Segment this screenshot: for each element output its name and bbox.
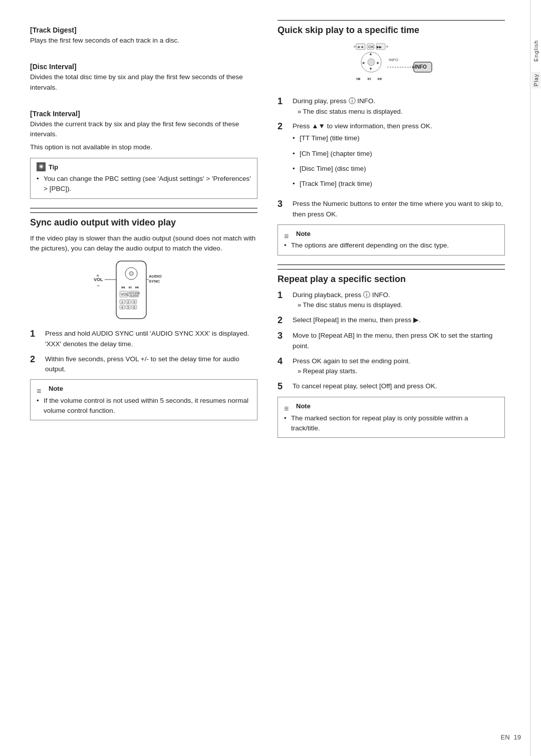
right-column: Quick skip play to a specific time ◄◄ OK… <box>278 20 505 736</box>
sync-step-2-text: Within five seconds, press VOL +/- to se… <box>45 355 239 373</box>
english-label: English <box>533 40 539 62</box>
quick-step-2-num: 2 <box>278 121 288 194</box>
play-label: Play <box>531 72 540 88</box>
repeat-step-3-text: Move to [Repeat AB] in the menu, then pr… <box>293 332 492 349</box>
svg-text:⏮: ⏮ <box>356 76 361 81</box>
main-content: [Track Digest] Plays the first few secon… <box>0 0 530 756</box>
repeat-step-2-num: 2 <box>278 315 288 326</box>
quick-note-item: The options are different depending on t… <box>284 240 498 250</box>
repeat-step-5: 5 To cancel repeat play, select [Off] an… <box>278 381 505 392</box>
footer-lang: EN <box>500 733 509 741</box>
sync-step-1-num: 1 <box>30 329 40 349</box>
disc-interval-body: Divides the total disc time by six and p… <box>30 72 257 93</box>
quick-step-2-text: Press ▲▼ to view information, then press… <box>293 122 432 130</box>
tip-item: You can change the PBC setting (see 'Adj… <box>37 174 251 194</box>
svg-point-44 <box>368 59 375 66</box>
footer-page-number: 19 <box>514 733 521 741</box>
repeat-note-item: The marked section for repeat play is on… <box>284 413 498 434</box>
sync-note-list: If the volume control is not used within… <box>37 396 251 416</box>
svg-text:►: ► <box>376 61 380 65</box>
repeat-step-4-sub: » Repeat play starts. <box>298 366 505 376</box>
quick-step-1-num: 1 <box>278 96 288 116</box>
track-interval-body: Divides the current track by six and pla… <box>30 119 257 140</box>
repeat-step-2-text: Select [Repeat] in the menu, then press … <box>293 316 421 324</box>
svg-text:⏭: ⏭ <box>378 76 382 81</box>
repeat-steps-list: 1 During playback, press ⓘ INFO. » The d… <box>278 290 505 392</box>
quick-skip-title: Quick skip play to a specific time <box>278 20 505 36</box>
quick-step-1-content: During play, press ⓘ INFO. » The disc st… <box>293 96 505 116</box>
repeat-step-5-content: To cancel repeat play, select [Off] and … <box>293 381 505 392</box>
track-interval-heading: [Track Interval] <box>30 110 257 118</box>
sync-step-1-text: Press and hold AUDIO SYNC until 'AUDIO S… <box>45 330 249 347</box>
repeat-step-4-text: Press OK again to set the ending point. <box>293 357 410 365</box>
quick-step-1: 1 During play, press ⓘ INFO. » The disc … <box>278 96 505 116</box>
svg-text:+: + <box>96 273 99 279</box>
note-icon-2 <box>284 230 293 237</box>
svg-text:4: 4 <box>121 306 123 309</box>
svg-text:▶▶: ▶▶ <box>377 45 382 49</box>
bullet-track-time: [Track Time] (track time) <box>293 179 505 189</box>
quick-steps-list: 1 During play, press ⓘ INFO. » The disc … <box>278 96 505 219</box>
svg-text:▲: ▲ <box>369 52 373 56</box>
sync-step-1-content: Press and hold AUDIO SYNC until 'AUDIO S… <box>45 329 257 349</box>
note-icon-1 <box>37 385 46 392</box>
tip-label: Tip <box>49 162 58 172</box>
track-digest-heading: [Track Digest] <box>30 26 257 34</box>
repeat-step-1-sub: » The disc status menu is displayed. <box>298 300 505 310</box>
audio-sync-svg: VOL + − AUDIO SYNC ◄ ⏮ <box>89 259 199 324</box>
sync-note-box: Note If the volume control is not used w… <box>30 379 257 420</box>
svg-text:AUDIO: AUDIO <box>149 274 162 279</box>
track-digest-body: Plays the first few seconds of each trac… <box>30 36 257 46</box>
repeat-note-label: Note <box>296 401 311 411</box>
quick-step-2-bullets: [TT Time] (title time) [Ch Time] (chapte… <box>293 133 505 189</box>
sync-step-2-content: Within five seconds, press VOL +/- to se… <box>45 354 257 375</box>
svg-rect-0 <box>116 261 146 319</box>
svg-text:SYNC: SYNC <box>149 279 160 284</box>
svg-text:◄◄: ◄◄ <box>357 45 364 49</box>
left-divider <box>30 208 257 208</box>
tip-box: ✳ Tip You can change the PBC setting (se… <box>30 158 257 199</box>
sync-steps-list: 1 Press and hold AUDIO SYNC until 'AUDIO… <box>30 329 257 374</box>
svg-text:VOL: VOL <box>121 292 129 297</box>
quick-note-header: Note <box>284 229 498 239</box>
repeat-step-3: 3 Move to [Repeat AB] in the menu, then … <box>278 331 505 351</box>
quick-note-label: Note <box>296 229 311 239</box>
repeat-step-1-content: During playback, press ⓘ INFO. » The dis… <box>293 290 505 310</box>
svg-text:5: 5 <box>127 306 129 309</box>
svg-text:1: 1 <box>121 300 123 304</box>
quick-skip-svg: ◄◄ OK ▶▶ ▲ ▼ ◄ ► <box>341 41 441 91</box>
repeat-step-1-text: During playback, press ⓘ INFO. <box>293 291 390 299</box>
bullet-ch-time: [Ch Time] (chapter time) <box>293 149 505 159</box>
footer: EN 19 <box>0 733 541 741</box>
svg-text:⏯: ⏯ <box>128 285 132 290</box>
svg-text:◄: ◄ <box>361 61 365 65</box>
sync-title: Sync audio output with video play <box>30 212 257 228</box>
repeat-step-1: 1 During playback, press ⓘ INFO. » The d… <box>278 290 505 310</box>
tip-list: You can change the PBC setting (see 'Adj… <box>37 174 251 194</box>
svg-text:6: 6 <box>133 306 135 309</box>
tip-header: ✳ Tip <box>37 162 251 172</box>
sync-note-label: Note <box>49 384 63 394</box>
repeat-step-1-num: 1 <box>278 290 288 310</box>
side-tab: English Play <box>530 0 541 756</box>
audio-sync-diagram: VOL + − AUDIO SYNC ◄ ⏮ <box>89 259 199 324</box>
repeat-note-list: The marked section for repeat play is on… <box>284 413 498 434</box>
track-interval-note: This option is not available in stop mod… <box>30 142 257 152</box>
svg-text:INFO: INFO <box>415 64 427 70</box>
svg-text:3: 3 <box>133 300 135 304</box>
quick-skip-diagram: ◄◄ OK ▶▶ ▲ ▼ ◄ ► <box>341 41 441 91</box>
svg-text:SURR: SURR <box>130 294 139 297</box>
quick-step-1-sub: » The disc status menu is displayed. <box>298 107 505 117</box>
disc-interval-heading: [Disc Interval] <box>30 63 257 71</box>
repeat-note-box: Note The marked section for repeat play … <box>278 397 505 438</box>
quick-step-3-num: 3 <box>278 199 288 219</box>
quick-step-2-content: Press ▲▼ to view information, then press… <box>293 121 505 194</box>
svg-point-10 <box>129 272 133 276</box>
sync-step-2-num: 2 <box>30 354 40 375</box>
quick-step-3-content: Press the Numeric buttons to enter the t… <box>293 199 505 219</box>
repeat-step-4-content: Press OK again to set the ending point. … <box>293 356 505 376</box>
repeat-step-5-num: 5 <box>278 381 288 392</box>
page: [Track Digest] Plays the first few secon… <box>0 0 541 756</box>
repeat-step-2: 2 Select [Repeat] in the menu, then pres… <box>278 315 505 326</box>
sync-note-header: Note <box>37 384 251 394</box>
